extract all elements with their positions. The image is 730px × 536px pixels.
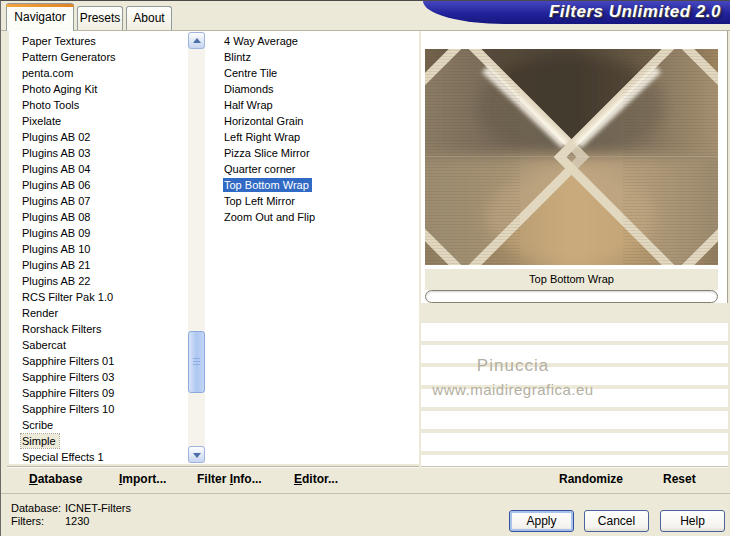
apply-button[interactable]: Apply (509, 510, 574, 532)
list-item[interactable]: Blintz (223, 50, 416, 66)
chevron-up-icon (193, 38, 201, 43)
list-item[interactable]: Diamonds (223, 82, 416, 98)
category-scrollbar[interactable] (188, 32, 205, 463)
menu-item-import[interactable]: Import... (119, 467, 166, 493)
scroll-down-button[interactable] (188, 446, 205, 463)
list-item[interactable]: Centre Tile (223, 66, 416, 82)
menu-item-database[interactable]: Database (29, 467, 82, 493)
scroll-up-button[interactable] (188, 32, 205, 49)
preview-image (425, 49, 718, 265)
status-database-value: ICNET-Filters (65, 502, 131, 514)
list-item[interactable]: Plugins AB 02 (21, 130, 187, 146)
list-item[interactable]: Horizontal Grain (223, 114, 416, 130)
list-item[interactable]: Sapphire Filters 09 (21, 386, 187, 402)
list-item[interactable]: Photo Tools (21, 98, 187, 114)
list-item[interactable]: Scribe (21, 418, 187, 434)
app-title: Filters Unlimited 2.0 (549, 2, 730, 21)
list-item[interactable]: Sapphire Filters 10 (21, 402, 187, 418)
list-item[interactable]: Simple (21, 434, 187, 450)
help-button[interactable]: Help (660, 510, 725, 532)
list-item[interactable]: Plugins AB 10 (21, 242, 187, 258)
status-filters-value: 1230 (65, 515, 89, 527)
list-item[interactable]: Render (21, 306, 187, 322)
list-item[interactable]: Rorshack Filters (21, 322, 187, 338)
title-banner: Filters Unlimited 2.0 (423, 1, 730, 24)
watermark-url: www.maidiregrafica.eu (423, 379, 603, 402)
list-item[interactable]: Quarter corner (223, 162, 416, 178)
list-item[interactable]: Half Wrap (223, 98, 416, 114)
chevron-down-icon (193, 453, 201, 458)
panel-gap (421, 303, 728, 323)
list-item[interactable]: Plugins AB 09 (21, 226, 187, 242)
selected-filter-label: Top Bottom Wrap (425, 269, 718, 290)
tab-pane-divider (1, 30, 730, 31)
panel-action-strip: Randomize Reset (421, 466, 728, 492)
watermark-name: Pinuccia (423, 353, 603, 379)
list-item[interactable]: Plugins AB 21 (21, 258, 187, 274)
list-item[interactable]: Top Bottom Wrap (223, 178, 416, 194)
list-item[interactable]: Plugins AB 07 (21, 194, 187, 210)
scroll-thumb[interactable] (188, 331, 205, 393)
list-item[interactable]: Plugins AB 04 (21, 162, 187, 178)
list-item[interactable]: Top Left Mirror (223, 194, 416, 210)
reset-button[interactable]: Reset (663, 467, 696, 493)
menu-item-editor[interactable]: Editor... (294, 467, 338, 493)
list-item[interactable]: Sapphire Filters 03 (21, 370, 187, 386)
list-item[interactable]: Plugins AB 06 (21, 178, 187, 194)
list-item[interactable]: Special Effects 1 (21, 450, 187, 464)
list-item[interactable]: Left Right Wrap (223, 130, 416, 146)
menu-item-filter-info[interactable]: Filter Info... (197, 467, 262, 493)
status-database-label: Database: (11, 502, 61, 514)
list-item[interactable]: 4 Way Average (223, 34, 416, 50)
list-item[interactable]: Sabercat (21, 338, 187, 354)
menu-bar: Database Import... Filter Info... Editor… (7, 466, 419, 492)
pane-bottom-divider (1, 493, 730, 494)
list-item[interactable]: Pizza Slice Mirror (223, 146, 416, 162)
list-item[interactable]: Photo Aging Kit (21, 82, 187, 98)
list-item[interactable]: Paper Textures (21, 34, 187, 50)
filter-listbox[interactable]: 4 Way AverageBlintzCentre TileDiamondsHa… (215, 31, 416, 464)
list-item[interactable]: penta.com (21, 66, 187, 82)
list-item[interactable]: Plugins AB 03 (21, 146, 187, 162)
randomize-button[interactable]: Randomize (559, 467, 623, 493)
list-item[interactable]: Pattern Generators (21, 50, 187, 66)
list-item[interactable]: Plugins AB 08 (21, 210, 187, 226)
status-filters-label: Filters: (11, 515, 44, 527)
list-item[interactable]: Pixelate (21, 114, 187, 130)
tab-about[interactable]: About (126, 6, 172, 30)
category-listbox[interactable]: Paper TexturesPattern Generatorspenta.co… (9, 31, 206, 464)
list-item[interactable]: Plugins AB 22 (21, 274, 187, 290)
list-item[interactable]: RCS Filter Pak 1.0 (21, 290, 187, 306)
list-item[interactable]: Sapphire Filters 01 (21, 354, 187, 370)
list-item[interactable]: Zoom Out and Flip (223, 210, 416, 226)
tab-navigator[interactable]: Navigator (6, 3, 74, 31)
preview-panel: Top Bottom Wrap Pinuccia www.maidiregraf… (421, 31, 728, 492)
tab-presets[interactable]: Presets (77, 6, 123, 30)
watermark: Pinuccia www.maidiregrafica.eu (423, 353, 603, 401)
cancel-button[interactable]: Cancel (584, 510, 649, 532)
filters-unlimited-dialog: Filters Unlimited 2.0 Navigator Presets … (0, 0, 730, 536)
parameter-slider[interactable] (425, 290, 718, 303)
